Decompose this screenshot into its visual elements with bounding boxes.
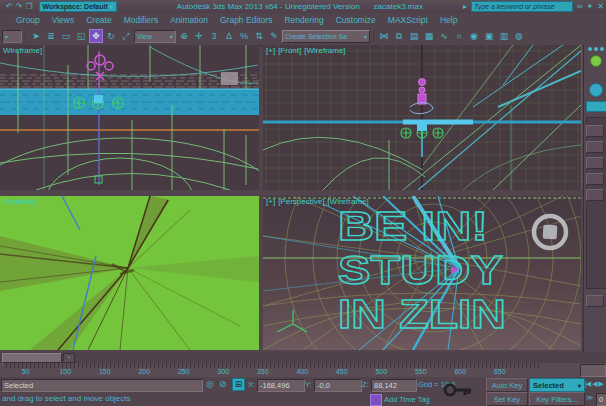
hierarchy-tab-icon[interactable] (600, 47, 604, 51)
x-coordinate-field[interactable]: -168,496 (257, 379, 305, 392)
y-coordinate-field[interactable]: -0,0 (314, 379, 362, 392)
graphite-ribbon-icon[interactable]: ▦ (422, 29, 436, 43)
viewport-bottom-right[interactable]: [+] [Perspective] [Wireframe] (263, 196, 581, 350)
go-to-end-icon[interactable]: ≫ (586, 393, 593, 403)
menu-item[interactable]: Customize (330, 15, 382, 25)
undo-icon[interactable]: ↶ (6, 3, 13, 11)
scene-text-line2: STUDY (338, 248, 503, 292)
viewport-shading-label[interactable]: [Wireframe] (327, 197, 368, 206)
command-panel-button[interactable] (586, 125, 604, 137)
geometry-category-icon[interactable] (590, 55, 602, 67)
select-and-scale-icon[interactable]: ⤢ (119, 29, 133, 43)
menu-item[interactable]: Help (434, 15, 463, 25)
viewport-view-label[interactable]: [Perspective] (278, 197, 324, 206)
spinner-snap-icon[interactable]: ⇅ (252, 29, 266, 43)
expand-arrow-icon[interactable]: ▸ (463, 3, 467, 11)
shapes-category-icon[interactable] (589, 83, 603, 97)
command-panel-button[interactable] (586, 141, 604, 153)
create-tab-icon[interactable] (588, 47, 592, 51)
z-coordinate-field[interactable]: 88,142 (371, 379, 417, 392)
select-by-name-icon[interactable]: ≣ (44, 29, 58, 43)
named-selection-set-dropdown[interactable]: Create Selection Se ▾ (282, 30, 370, 43)
command-panel-button[interactable] (586, 157, 604, 169)
mirror-icon[interactable]: ⋈ (377, 29, 391, 43)
search-input[interactable] (471, 1, 573, 12)
menu-item[interactable]: Modifiers (118, 15, 164, 25)
curve-editor-icon[interactable]: ∿ (437, 29, 451, 43)
ruler-tick-label: 250 (164, 368, 204, 375)
select-object-icon[interactable]: ➤ (29, 29, 43, 43)
viewport-menu-label[interactable]: [+] (266, 197, 275, 206)
angle-snap-icon[interactable]: ∆ (222, 29, 236, 43)
viewport-shading-label[interactable]: Realistic] (3, 197, 35, 206)
menu-item[interactable]: Views (46, 15, 81, 25)
menu-item[interactable]: MAXScript (382, 15, 434, 25)
workspace-label: Workspace: Default (43, 3, 108, 10)
modify-tab-icon[interactable] (594, 47, 598, 51)
rectangular-selection-region-icon[interactable]: ▭ (59, 29, 73, 43)
viewport-top-right[interactable]: [+] [Front] [Wireframe] (263, 45, 582, 190)
command-panel-button[interactable] (586, 173, 604, 185)
edit-named-selection-sets-icon[interactable]: ✎ (267, 29, 281, 43)
percent-snap-icon[interactable]: % (237, 29, 251, 43)
track-bar[interactable]: 50100150200250300350400450500550600650 (0, 363, 606, 378)
layer-manager-icon[interactable]: ▤ (407, 29, 421, 43)
key-mode-dropdown[interactable]: Selected ▾ (529, 378, 585, 392)
material-editor-icon[interactable]: ◉ (467, 29, 481, 43)
add-time-tag-label[interactable]: Add Time Tag (384, 395, 430, 404)
window-crossing-icon[interactable]: ◱ (74, 29, 88, 43)
viewport-top-left[interactable]: Wireframe] (0, 45, 259, 190)
viewport-menu-label[interactable]: [+] (266, 46, 275, 55)
viewport-bottom-left[interactable]: Realistic] (0, 196, 259, 350)
command-panel-button[interactable] (586, 295, 604, 307)
menu-item[interactable]: Animation (164, 15, 214, 25)
use-pivot-point-center-icon[interactable]: ⊕ (177, 29, 191, 43)
close-icon[interactable]: ✕ (597, 3, 604, 11)
set-keys-key-icon[interactable] (443, 381, 473, 399)
viewport-view-label[interactable]: [Front] (278, 46, 301, 55)
communication-center-icon[interactable]: ✦ (587, 3, 594, 11)
key-filters-button[interactable]: Key Filters... (529, 392, 585, 406)
viewport-canvas (0, 45, 259, 190)
select-and-move-icon[interactable]: ✥ (89, 29, 103, 43)
scene-icon[interactable]: ❐ (25, 3, 32, 11)
select-and-manipulate-icon[interactable]: ✛ (192, 29, 206, 43)
command-panel-tabs (584, 45, 606, 51)
viewport-shading-label[interactable]: [Wireframe] (304, 46, 345, 55)
menu-item[interactable]: Rendering (278, 15, 329, 25)
object-type-dropdown[interactable] (586, 101, 606, 112)
go-to-start-icon[interactable]: |◀ (585, 380, 590, 388)
binoculars-icon[interactable]: ∞ (577, 3, 583, 11)
auto-key-label: Auto Key (492, 381, 522, 390)
menu-item[interactable]: Group (10, 15, 46, 25)
menu-item[interactable]: Graph Editors (214, 15, 278, 25)
align-icon[interactable]: ⧉ (392, 29, 406, 43)
render-icon[interactable]: ◍ (512, 29, 526, 43)
reference-coordinate-dropdown[interactable]: View ▾ (134, 30, 176, 43)
rendered-frame-icon[interactable]: ▥ (497, 29, 511, 43)
play-animation-icon[interactable]: ▶ (599, 380, 603, 388)
command-panel-button[interactable] (586, 189, 604, 201)
playback-controls: |◀ ◀ ▶ (585, 380, 605, 388)
next-frame-icon[interactable]: › (63, 353, 75, 363)
absolute-mode-icon[interactable]: ⊞ (232, 378, 245, 391)
menu-bar: GroupViewsCreateModifiersAnimationGraph … (0, 13, 606, 27)
toolbar-partial-dropdown[interactable]: ▾ (2, 30, 22, 43)
viewport-shading-label[interactable]: Wireframe] (3, 46, 42, 55)
menu-item[interactable]: Create (80, 15, 118, 25)
workspace-dropdown[interactable]: Workspace: Default ▾ (39, 1, 117, 12)
time-tag-icon[interactable] (370, 394, 382, 406)
selection-lock-icon[interactable]: ⊘ (219, 379, 227, 389)
ruler-tick-label: 150 (85, 368, 125, 375)
isolate-selection-icon[interactable]: ◎ (206, 379, 214, 389)
previous-frame-icon[interactable]: ◀ (592, 380, 596, 388)
auto-key-button[interactable]: Auto Key (486, 378, 528, 392)
time-slider-handle[interactable] (2, 353, 62, 363)
render-setup-icon[interactable]: ▣ (482, 29, 496, 43)
snaps-toggle-icon[interactable]: 3 (207, 29, 221, 43)
redo-icon[interactable]: ↷ (16, 3, 23, 11)
set-key-button[interactable]: Set Key (486, 392, 528, 406)
select-and-rotate-icon[interactable]: ↻ (104, 29, 118, 43)
current-frame-field[interactable]: 0 (596, 393, 606, 406)
schematic-view-icon[interactable]: ⌗ (452, 29, 466, 43)
